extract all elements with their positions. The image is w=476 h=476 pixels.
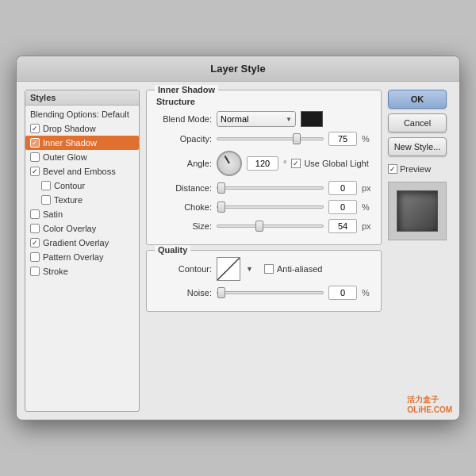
sidebar-item-blending-options[interactable]: Blending Options: Default xyxy=(25,107,139,121)
checkbox-color-overlay[interactable] xyxy=(30,224,40,233)
angle-dial[interactable] xyxy=(217,151,242,176)
sidebar-item-stroke[interactable]: Stroke xyxy=(25,264,139,278)
distance-input[interactable] xyxy=(328,181,357,195)
sidebar-item-drop-shadow[interactable]: Drop Shadow xyxy=(25,121,139,136)
inner-shadow-section-title: Inner Shadow xyxy=(155,85,218,94)
sidebar-label-inner-shadow: Inner Shadow xyxy=(43,138,97,148)
noise-input[interactable] xyxy=(328,286,357,300)
opacity-input[interactable] xyxy=(328,132,357,146)
sidebar-item-contour[interactable]: Contour xyxy=(25,178,139,193)
distance-slider-track[interactable] xyxy=(217,186,324,190)
distance-slider-container xyxy=(217,182,324,194)
sidebar-label-drop-shadow: Drop Shadow xyxy=(43,124,96,133)
opacity-unit: % xyxy=(362,134,373,144)
dialog-body: Styles Blending Options: DefaultDrop Sha… xyxy=(17,82,459,420)
cancel-button[interactable]: Cancel xyxy=(388,113,447,132)
quality-section: Quality Contour: ▼ Anti-aliased xyxy=(146,250,382,312)
sidebar-item-color-overlay[interactable]: Color Overlay xyxy=(25,221,139,236)
choke-unit: % xyxy=(362,202,373,212)
choke-input[interactable] xyxy=(328,200,357,214)
noise-slider-track[interactable] xyxy=(217,291,324,294)
opacity-slider-track[interactable] xyxy=(217,137,324,140)
noise-label: Noise: xyxy=(155,288,212,298)
contour-row: Contour: ▼ Anti-aliased xyxy=(155,257,373,281)
choke-slider-container xyxy=(217,202,324,213)
checkbox-satin[interactable] xyxy=(30,209,40,219)
angle-input[interactable] xyxy=(247,156,278,171)
sidebar-item-inner-shadow[interactable]: Inner Shadow xyxy=(25,136,139,150)
noise-slider-container xyxy=(217,287,324,298)
checkbox-texture[interactable] xyxy=(41,195,51,205)
distance-label: Distance: xyxy=(155,183,212,193)
preview-text: Preview xyxy=(400,164,431,174)
use-global-light-row: Use Global Light xyxy=(291,159,368,168)
checkbox-bevel-emboss[interactable] xyxy=(30,167,40,176)
checkbox-contour[interactable] xyxy=(41,181,51,190)
checkbox-drop-shadow[interactable] xyxy=(30,124,40,133)
distance-row: Distance: px xyxy=(155,181,373,195)
watermark-line2: OLiHE.COM xyxy=(407,405,452,414)
sidebar-item-outer-glow[interactable]: Outer Glow xyxy=(25,150,139,164)
checkbox-gradient-overlay[interactable] xyxy=(30,238,40,248)
checkbox-outer-glow[interactable] xyxy=(30,152,40,162)
preview-label: Preview xyxy=(388,164,451,174)
blend-mode-label: Blend Mode: xyxy=(155,114,212,124)
preview-box xyxy=(388,182,447,240)
blend-mode-select[interactable]: Normal ▼ xyxy=(217,111,296,127)
contour-arrow[interactable]: ▼ xyxy=(246,265,253,273)
sidebar-label-gradient-overlay: Gradient Overlay xyxy=(43,238,109,248)
noise-row: Noise: % xyxy=(155,286,373,300)
size-label: Size: xyxy=(155,221,212,231)
blend-mode-row: Blend Mode: Normal ▼ xyxy=(155,111,373,127)
noise-slider-thumb[interactable] xyxy=(217,287,225,298)
contour-label: Contour: xyxy=(155,264,212,274)
use-global-light-checkbox[interactable] xyxy=(291,159,301,168)
opacity-slider-thumb[interactable] xyxy=(293,133,301,144)
preview-checkbox[interactable] xyxy=(388,164,397,174)
size-input[interactable] xyxy=(328,219,357,233)
contour-preview[interactable] xyxy=(217,257,240,281)
degree-symbol: ° xyxy=(283,159,286,168)
inner-shadow-section: Inner Shadow Structure Blend Mode: Norma… xyxy=(146,90,382,245)
checkbox-inner-shadow[interactable] xyxy=(30,138,40,148)
sidebar-item-pattern-overlay[interactable]: Pattern Overlay xyxy=(25,250,139,264)
anti-aliased-row: Anti-aliased xyxy=(264,264,322,274)
layer-style-dialog: Layer Style Styles Blending Options: Def… xyxy=(16,56,460,420)
ok-button[interactable]: OK xyxy=(388,90,447,109)
sidebar-item-satin[interactable]: Satin xyxy=(25,207,139,221)
sidebar-label-pattern-overlay: Pattern Overlay xyxy=(43,252,103,262)
angle-row: Angle: ° Use Global Light xyxy=(155,151,373,176)
styles-panel: Styles Blending Options: DefaultDrop Sha… xyxy=(25,90,140,412)
angle-label: Angle: xyxy=(155,159,212,168)
checkbox-stroke[interactable] xyxy=(30,267,40,276)
sidebar-label-stroke: Stroke xyxy=(43,267,68,276)
sidebar-item-bevel-emboss[interactable]: Bevel and Emboss xyxy=(25,164,139,178)
color-swatch[interactable] xyxy=(301,111,323,127)
opacity-row: Opacity: % xyxy=(155,132,373,146)
main-panel: Inner Shadow Structure Blend Mode: Norma… xyxy=(146,90,382,412)
checkbox-pattern-overlay[interactable] xyxy=(30,252,40,262)
watermark-line1: 活力盒子 xyxy=(407,394,452,405)
size-slider-track[interactable] xyxy=(217,225,324,228)
noise-unit: % xyxy=(362,288,373,298)
blend-mode-arrow: ▼ xyxy=(286,116,292,123)
sidebar-label-satin: Satin xyxy=(43,209,63,219)
anti-aliased-checkbox[interactable] xyxy=(264,264,274,274)
quality-section-title: Quality xyxy=(155,245,190,255)
size-unit: px xyxy=(362,221,373,231)
choke-slider-thumb[interactable] xyxy=(217,202,225,213)
sidebar-label-contour: Contour xyxy=(54,181,85,190)
sidebar-label-bevel-emboss: Bevel and Emboss xyxy=(43,167,116,176)
right-panel: OK Cancel New Style... Preview xyxy=(388,90,451,412)
sidebar-item-gradient-overlay[interactable]: Gradient Overlay xyxy=(25,236,139,250)
sidebar-label-texture: Texture xyxy=(54,195,83,205)
new-style-button[interactable]: New Style... xyxy=(388,137,447,156)
distance-unit: px xyxy=(362,183,373,193)
sidebar-label-outer-glow: Outer Glow xyxy=(43,152,87,162)
sidebar-item-texture[interactable]: Texture xyxy=(25,193,139,207)
use-global-light-label: Use Global Light xyxy=(304,159,368,168)
dialog-titlebar: Layer Style xyxy=(17,56,459,82)
distance-slider-thumb[interactable] xyxy=(217,182,225,194)
choke-slider-track[interactable] xyxy=(217,205,324,209)
size-slider-thumb[interactable] xyxy=(255,221,263,232)
